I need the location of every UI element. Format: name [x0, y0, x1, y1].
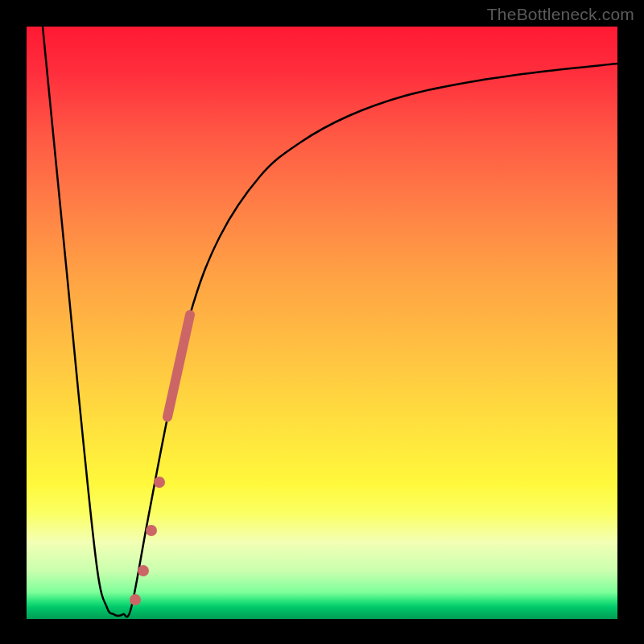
highlight-dots-point [138, 565, 149, 576]
bottleneck-curve [43, 27, 617, 617]
highlight-dots-point [154, 477, 165, 488]
highlight-dots-point [130, 594, 141, 605]
highlight-segment [167, 315, 190, 417]
highlight-dots-point [146, 525, 157, 536]
curve-layer [27, 27, 617, 619]
plot-area [27, 27, 617, 619]
chart-frame: TheBottleneck.com [0, 0, 644, 644]
watermark-label: TheBottleneck.com [487, 5, 634, 24]
